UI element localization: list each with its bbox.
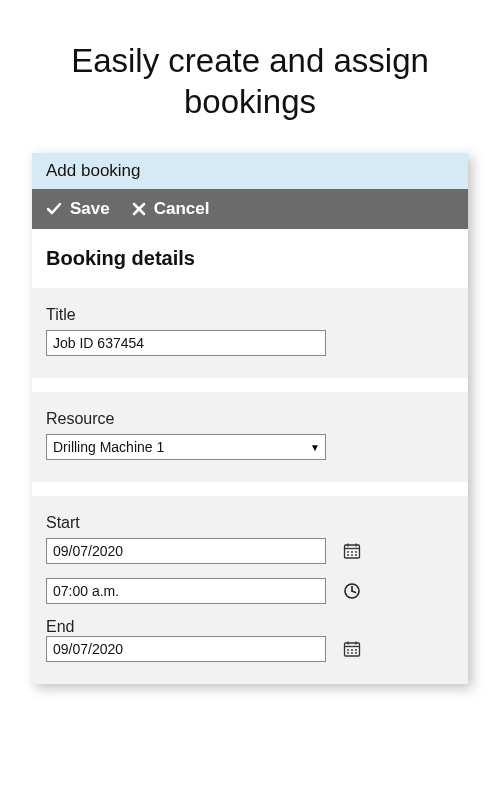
clock-icon[interactable] — [342, 581, 362, 601]
close-icon — [132, 202, 146, 216]
end-date-input[interactable] — [46, 636, 326, 662]
save-label: Save — [70, 199, 110, 219]
check-icon — [46, 201, 62, 217]
svg-point-21 — [351, 652, 353, 654]
title-label: Title — [46, 306, 454, 324]
booking-panel: Add booking Save Cancel Booking details … — [32, 153, 468, 684]
section-gap — [32, 482, 468, 496]
save-button[interactable]: Save — [46, 199, 110, 219]
panel-titlebar: Add booking — [32, 153, 468, 189]
svg-point-8 — [351, 554, 353, 556]
section-heading-area: Booking details — [32, 229, 468, 288]
datetime-section: Start — [32, 496, 468, 684]
svg-point-22 — [355, 652, 357, 654]
svg-point-7 — [347, 554, 349, 556]
end-label: End — [46, 618, 74, 635]
section-heading: Booking details — [46, 247, 454, 270]
start-date-input[interactable] — [46, 538, 326, 564]
title-input[interactable] — [46, 330, 326, 356]
start-time-row — [46, 578, 454, 604]
svg-point-18 — [351, 649, 353, 651]
cancel-label: Cancel — [154, 199, 210, 219]
resource-select[interactable] — [46, 434, 326, 460]
resource-section: Resource ▼ — [32, 392, 468, 482]
resource-select-wrap: ▼ — [46, 434, 326, 460]
svg-line-12 — [352, 591, 356, 593]
cancel-button[interactable]: Cancel — [132, 199, 210, 219]
svg-point-9 — [355, 554, 357, 556]
start-label: Start — [46, 514, 454, 532]
section-gap — [32, 378, 468, 392]
svg-point-20 — [347, 652, 349, 654]
panel-toolbar: Save Cancel — [32, 189, 468, 229]
svg-point-19 — [355, 649, 357, 651]
calendar-icon[interactable] — [342, 541, 362, 561]
start-time-input[interactable] — [46, 578, 326, 604]
calendar-icon[interactable] — [342, 639, 362, 659]
resource-label: Resource — [46, 410, 454, 428]
svg-point-4 — [347, 551, 349, 553]
svg-point-5 — [351, 551, 353, 553]
svg-point-6 — [355, 551, 357, 553]
title-section: Title — [32, 288, 468, 378]
svg-point-17 — [347, 649, 349, 651]
end-date-row — [46, 636, 454, 662]
page-heading: Easily create and assign bookings — [0, 0, 500, 153]
start-date-row — [46, 538, 454, 564]
